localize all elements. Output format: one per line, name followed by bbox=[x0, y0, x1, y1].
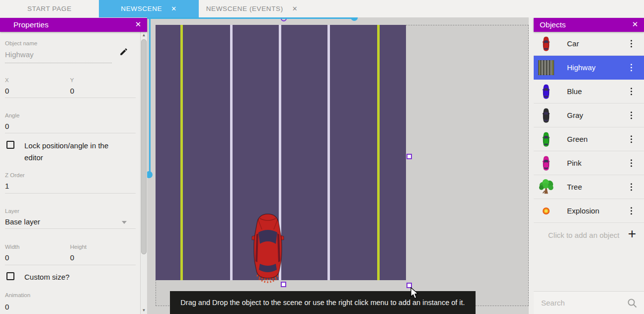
xy-row: X 0 Y 0 bbox=[5, 77, 136, 98]
car-instance[interactable] bbox=[250, 212, 286, 285]
y-value[interactable]: 0 bbox=[70, 87, 74, 95]
resize-handle-right[interactable] bbox=[406, 154, 412, 159]
z-order-field[interactable]: Z Order 1 bbox=[5, 172, 136, 190]
object-name: Explosion bbox=[567, 207, 599, 215]
object-row-car[interactable]: Car bbox=[534, 32, 644, 56]
tab-label: START PAGE bbox=[27, 5, 72, 12]
car-pink-icon bbox=[538, 155, 554, 172]
object-row-explosion[interactable]: Explosion bbox=[534, 199, 644, 223]
object-search-bar bbox=[534, 291, 644, 314]
vertical-scroll-knob[interactable] bbox=[147, 171, 153, 178]
chevron-down-icon[interactable] bbox=[122, 221, 127, 224]
object-name: Blue bbox=[567, 87, 582, 96]
lane-line bbox=[180, 25, 183, 280]
scroll-down-arrow-icon[interactable]: ▼ bbox=[141, 308, 147, 313]
properties-panel-header: Properties ✕ bbox=[0, 18, 147, 32]
tab-start-page[interactable]: START PAGE bbox=[0, 0, 99, 17]
close-icon[interactable]: ✕ bbox=[631, 20, 640, 29]
add-object-row[interactable]: Click to add an object + bbox=[534, 223, 644, 247]
object-row-gray[interactable]: Gray bbox=[534, 104, 644, 127]
object-name-label: Object name bbox=[5, 40, 37, 46]
scroll-up-arrow-icon[interactable]: ▲ bbox=[141, 33, 147, 37]
explosion-icon bbox=[538, 203, 554, 219]
mouse-cursor-icon bbox=[410, 287, 419, 300]
object-name-field[interactable]: Highway bbox=[5, 50, 112, 63]
plus-icon[interactable]: + bbox=[628, 226, 636, 242]
z-order-value[interactable]: 1 bbox=[5, 182, 136, 190]
edit-pencil-icon[interactable] bbox=[119, 47, 128, 56]
horizontal-scroll-knob[interactable] bbox=[351, 17, 358, 21]
layer-label: Layer bbox=[5, 208, 136, 214]
height-field[interactable]: Height 0 bbox=[70, 244, 86, 262]
height-label: Height bbox=[70, 244, 86, 250]
lock-position-label: Lock position/angle in the editor bbox=[24, 140, 119, 164]
objects-panel-header: Objects ✕ bbox=[534, 18, 644, 32]
scrollbar-thumb[interactable] bbox=[141, 39, 147, 254]
object-menu-icon[interactable] bbox=[631, 135, 633, 143]
object-menu-icon[interactable] bbox=[631, 40, 633, 48]
object-name: Green bbox=[567, 135, 588, 143]
close-icon[interactable]: ✕ bbox=[171, 5, 177, 12]
tooltip-text: Drag and Drop the object to the scene or… bbox=[180, 299, 465, 307]
close-icon[interactable]: ✕ bbox=[134, 20, 143, 29]
car-red-icon bbox=[538, 35, 554, 52]
object-name: Highway bbox=[567, 63, 596, 72]
properties-scrollbar[interactable]: ▲ ▼ bbox=[140, 31, 147, 314]
object-row-blue[interactable]: Blue bbox=[534, 80, 644, 104]
vertical-scroll-indicator[interactable] bbox=[149, 17, 151, 175]
object-menu-icon[interactable] bbox=[631, 159, 633, 167]
object-row-pink[interactable]: Pink bbox=[534, 151, 644, 175]
z-order-row: Z Order 1 bbox=[5, 172, 136, 194]
object-name: Tree bbox=[567, 183, 582, 191]
properties-panel: Properties ✕ Object name Highway X 0 Y 0… bbox=[0, 17, 147, 314]
objects-list: Car Highway bbox=[534, 32, 644, 247]
angle-value[interactable]: 0 bbox=[5, 122, 136, 130]
angle-field[interactable]: Angle 0 bbox=[5, 112, 136, 130]
resize-handle-bottom[interactable] bbox=[281, 282, 286, 287]
object-menu-icon[interactable] bbox=[631, 64, 633, 72]
layer-select[interactable]: Layer Base layer bbox=[5, 208, 136, 226]
size-row: Width 0 Height 0 bbox=[5, 244, 136, 265]
y-field[interactable]: Y 0 bbox=[70, 77, 74, 95]
object-menu-icon[interactable] bbox=[631, 88, 633, 96]
tab-label: NEWSCENE (EVENTS) bbox=[206, 5, 283, 12]
custom-size-checkbox[interactable] bbox=[6, 272, 14, 280]
car-blue-icon bbox=[538, 83, 554, 100]
animation-value[interactable]: 0 bbox=[5, 303, 9, 311]
lock-position-checkbox[interactable] bbox=[6, 141, 14, 149]
tab-newscene-events[interactable]: NEWSCENE (EVENTS) ✕ bbox=[199, 0, 305, 17]
angle-row: Angle 0 bbox=[5, 112, 136, 133]
object-menu-icon[interactable] bbox=[631, 111, 633, 119]
editor-tab-bar: START PAGE NEWSCENE ✕ NEWSCENE (EVENTS) … bbox=[0, 0, 644, 17]
highway-icon bbox=[538, 59, 554, 76]
height-value[interactable]: 0 bbox=[70, 253, 86, 262]
object-name: Pink bbox=[567, 159, 581, 167]
object-menu-icon[interactable] bbox=[631, 183, 633, 191]
y-label: Y bbox=[70, 77, 74, 83]
object-menu-icon[interactable] bbox=[631, 207, 633, 215]
canvas-margin bbox=[529, 17, 534, 314]
tab-label: NEWSCENE bbox=[121, 5, 162, 12]
car-green-icon bbox=[538, 131, 554, 148]
close-icon[interactable]: ✕ bbox=[292, 5, 298, 12]
car-gray-icon bbox=[538, 107, 554, 124]
scene-canvas[interactable]: Drag and Drop the object to the scene or… bbox=[147, 17, 534, 314]
search-icon[interactable] bbox=[627, 298, 637, 308]
lane-line bbox=[377, 25, 380, 280]
custom-size-label: Custom size? bbox=[24, 271, 70, 283]
lane-line bbox=[327, 25, 330, 280]
layer-row: Layer Base layer bbox=[5, 208, 136, 229]
lane-line bbox=[230, 25, 233, 280]
horizontal-scroll-indicator[interactable] bbox=[147, 17, 354, 19]
tree-icon bbox=[538, 179, 554, 196]
object-name: Car bbox=[567, 39, 579, 48]
tab-newscene[interactable]: NEWSCENE ✕ bbox=[99, 0, 199, 17]
objects-panel: Objects ✕ Car bbox=[534, 17, 644, 314]
object-row-tree[interactable]: Tree bbox=[534, 175, 644, 199]
animation-label: Animation bbox=[5, 292, 30, 298]
object-row-highway[interactable]: Highway bbox=[534, 56, 644, 80]
layer-value[interactable]: Base layer bbox=[5, 217, 136, 226]
angle-label: Angle bbox=[5, 112, 136, 118]
search-input[interactable] bbox=[541, 299, 621, 307]
object-row-green[interactable]: Green bbox=[534, 127, 644, 151]
